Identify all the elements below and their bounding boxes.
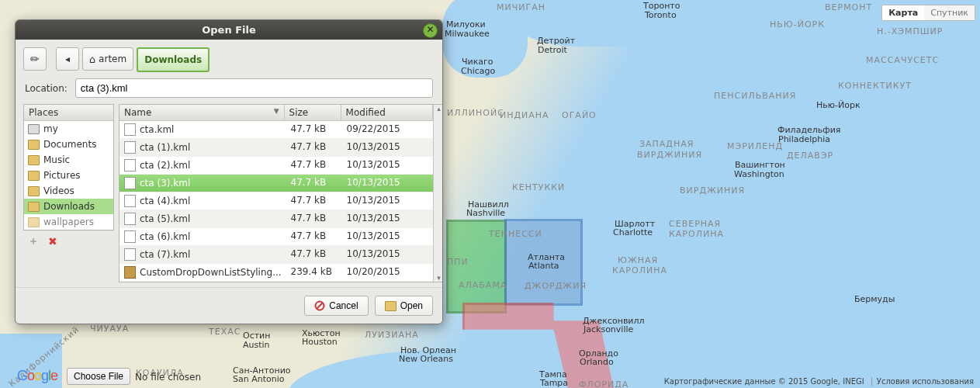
- cancel-button[interactable]: Cancel: [304, 296, 368, 316]
- file-row[interactable]: cta (4).kml47.7 kB10/13/2015: [119, 192, 433, 210]
- file-icon: [124, 266, 136, 279]
- home-icon: ⌂: [89, 54, 95, 65]
- back-button[interactable]: ◂: [56, 47, 79, 71]
- file-icon: [124, 159, 136, 171]
- open-button[interactable]: Open: [375, 296, 433, 316]
- file-size: 47.7 kB: [286, 192, 342, 210]
- col-name[interactable]: Name: [119, 105, 285, 120]
- file-modified: 09/22/2015: [342, 121, 433, 138]
- file-size: 47.7 kB: [286, 210, 342, 227]
- places-header[interactable]: Places: [24, 105, 113, 121]
- map-label: Нашвилл: [468, 200, 509, 210]
- file-icon: [124, 195, 136, 207]
- file-name: cta (2).kml: [140, 160, 190, 171]
- file-list: Name Size Modified cta.kml47.7 kB09/22/2…: [119, 104, 443, 282]
- file-modified: 10/13/2015: [342, 246, 433, 263]
- overlay-alabama[interactable]: [446, 220, 507, 314]
- map-type-satellite[interactable]: Спутник: [924, 5, 975, 20]
- chevron-left-icon: ◂: [65, 54, 70, 64]
- file-name: cta (5).kml: [140, 213, 190, 224]
- file-name: cta (4).kml: [140, 196, 190, 206]
- attribution-text: Картографические данные © 2015 Google, I…: [664, 377, 864, 386]
- dialog-titlebar[interactable]: Open File ✕: [16, 20, 442, 40]
- col-size[interactable]: Size: [285, 105, 341, 120]
- map-label: Шарлотт: [615, 220, 655, 229]
- location-input[interactable]: [75, 78, 433, 98]
- map-label: ЮЖНАЯ: [618, 256, 658, 265]
- add-bookmark-button[interactable]: ＋: [28, 234, 39, 248]
- file-size: 47.7 kB: [286, 228, 342, 245]
- edit-path-button[interactable]: ✎: [23, 47, 47, 71]
- file-row[interactable]: cta (5).kml47.7 kB10/13/2015: [119, 210, 433, 228]
- places-item-label: my: [43, 123, 58, 134]
- map-label: КАРОЛИНА: [612, 266, 667, 275]
- places-item-label: Videos: [43, 185, 74, 196]
- file-icon: [124, 248, 136, 261]
- file-modified: 10/13/2015: [342, 210, 433, 227]
- places-item-label: Pictures: [43, 170, 81, 181]
- file-row[interactable]: cta.kml47.7 kB09/22/2015: [119, 121, 433, 139]
- places-panel: Places myDocumentsMusicPicturesVideosDow…: [23, 104, 114, 282]
- places-item[interactable]: my: [24, 121, 113, 137]
- google-logo: Google: [17, 368, 57, 384]
- places-item[interactable]: Documents: [24, 137, 113, 152]
- open-file-dialog: Open File ✕ ✎ ◂ ⌂ artem Downloads Locati…: [15, 19, 443, 324]
- home-crumb[interactable]: ⌂ artem: [82, 47, 133, 71]
- col-modified[interactable]: Modified: [341, 105, 433, 120]
- map-type-control: Карта Спутник: [881, 5, 975, 21]
- map-label: ИНДИАНА: [500, 111, 549, 120]
- file-modified: 10/20/2015: [342, 264, 433, 281]
- file-row[interactable]: cta (2).kml47.7 kB10/13/2015: [119, 157, 433, 175]
- map-label: МЭРИЛЕНД: [727, 142, 783, 151]
- dialog-actions: Cancel Open: [16, 287, 442, 324]
- file-name: CustomDropDownListStyling...: [140, 267, 282, 278]
- file-row[interactable]: cta (7).kml47.7 kB10/13/2015: [119, 246, 433, 264]
- map-label: ОГАЙО: [562, 111, 597, 120]
- file-size: 239.4 kB: [286, 264, 342, 281]
- map-label: Nashville: [466, 209, 505, 218]
- folder-icon: [28, 202, 40, 212]
- places-item[interactable]: Downloads: [24, 199, 113, 214]
- file-icon: [124, 213, 136, 225]
- file-row[interactable]: cta (6).kml47.7 kB10/13/2015: [119, 228, 433, 246]
- current-folder-crumb[interactable]: Downloads: [137, 47, 210, 72]
- terms-link[interactable]: Условия использования: [871, 377, 974, 386]
- file-size: 47.7 kB: [286, 175, 342, 192]
- map-label: Вашингтон: [735, 161, 785, 170]
- map-type-map[interactable]: Карта: [882, 5, 924, 20]
- map-label: Austin: [243, 341, 270, 350]
- lake-erie: [512, 0, 683, 47]
- map-label: СЕВЕРНАЯ: [669, 220, 721, 229]
- file-size: 47.7 kB: [286, 157, 342, 174]
- scroll-down-icon[interactable]: ▾: [437, 274, 441, 282]
- file-size: 47.7 kB: [286, 246, 342, 263]
- file-row[interactable]: cta (3).kml47.7 kB10/13/2015: [119, 175, 433, 192]
- map-label: ЧИУАУА: [90, 324, 129, 334]
- places-item[interactable]: Videos: [24, 183, 113, 199]
- remove-bookmark-button[interactable]: ✖: [48, 235, 57, 248]
- file-row[interactable]: CustomDropDownListStyling...239.4 kB10/2…: [119, 264, 433, 282]
- map-label: ЛУИЗИАНА: [365, 331, 419, 340]
- overlay-georgia[interactable]: [504, 219, 583, 306]
- map-label: ИЛЛИНОЙС: [447, 109, 504, 118]
- map-label: Washington: [734, 170, 784, 179]
- file-name: cta (1).kml: [140, 142, 190, 153]
- scroll-up-icon[interactable]: ▴: [437, 105, 441, 113]
- places-item[interactable]: wallpapers: [24, 214, 113, 230]
- file-modified: 10/13/2015: [342, 192, 433, 210]
- folder-icon: [28, 140, 40, 150]
- places-item[interactable]: Music: [24, 152, 113, 168]
- map-label: ТЕХАС: [209, 327, 241, 337]
- places-item-label: wallpapers: [43, 217, 94, 227]
- file-row[interactable]: cta (1).kml47.7 kB10/13/2015: [119, 139, 433, 157]
- close-icon[interactable]: ✕: [423, 23, 438, 38]
- open-label: Open: [400, 300, 423, 311]
- svg-line-1: [317, 303, 323, 309]
- scrollbar[interactable]: ▴▾: [433, 105, 443, 282]
- choose-file-button[interactable]: Choose File: [67, 368, 130, 385]
- places-item[interactable]: Pictures: [24, 168, 113, 183]
- map-label: Сан-Антонио: [233, 366, 291, 376]
- map-label: Houston: [302, 338, 338, 347]
- folder-icon: [28, 186, 40, 196]
- file-list-header: Name Size Modified: [119, 105, 433, 121]
